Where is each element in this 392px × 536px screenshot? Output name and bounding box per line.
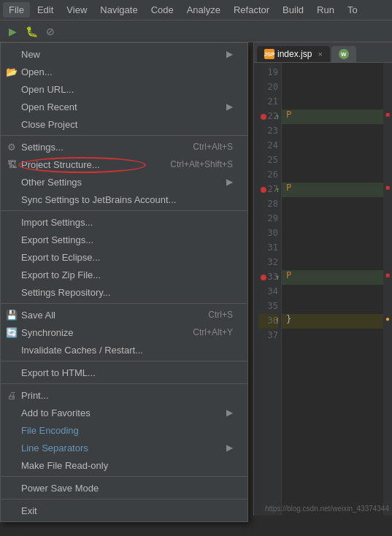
menu-run[interactable]: Run xyxy=(311,2,340,18)
line-30: 30 xyxy=(258,226,278,241)
menu-item-make-readonly-label: Make File Read-only xyxy=(21,460,108,471)
settings-shortcut: Ctrl+Alt+S xyxy=(178,142,233,152)
code-line-27: P xyxy=(282,183,383,197)
code-area[interactable]: P P P } xyxy=(282,63,383,516)
code-text-27: P xyxy=(286,183,291,193)
line-33: 33 ↑ xyxy=(258,270,278,285)
gutter-24 xyxy=(383,136,392,150)
menu-item-line-separators-label: Line Separators xyxy=(21,443,88,453)
code-text-33: P xyxy=(286,270,291,280)
menu-analyze[interactable]: Analyze xyxy=(181,2,226,18)
code-text-22: P xyxy=(286,110,291,120)
line-32: 32 xyxy=(258,256,278,270)
close-tab-icon[interactable]: × xyxy=(318,50,322,58)
line-28: 28 xyxy=(258,197,278,212)
menu-item-file-encoding[interactable]: File Encoding xyxy=(1,421,247,439)
menu-item-synchronize-label: Synchronize xyxy=(21,327,74,338)
save-icon: 💾 xyxy=(5,308,18,321)
watermark-text: https://blog.csdn.net/weixin_43374344 xyxy=(265,505,389,513)
menu-item-save-all[interactable]: 💾 Save All Ctrl+S xyxy=(1,306,247,323)
gutter-37 xyxy=(383,326,392,340)
menu-item-settings-repo[interactable]: Settings Repository... xyxy=(1,283,247,301)
run-button[interactable]: ▶ xyxy=(4,23,20,39)
menu-bar: File Edit View Navigate Code Analyze Ref… xyxy=(0,0,392,20)
toolbar: ▶ 🐛 ⊘ xyxy=(0,20,392,42)
menu-item-export-eclipse[interactable]: Export to Eclipse... xyxy=(1,248,247,266)
menu-item-export-html-label: Export to HTML... xyxy=(21,367,96,378)
line-34: 34 xyxy=(258,285,278,299)
menu-item-sync-jetbrains[interactable]: Sync Settings to JetBrains Account... xyxy=(1,191,247,208)
menu-item-export-zip[interactable]: Export to Zip File... xyxy=(1,266,247,283)
gutter-28 xyxy=(383,194,392,209)
code-line-29 xyxy=(282,212,383,226)
separator-1 xyxy=(1,135,247,136)
line-25: 25 xyxy=(258,153,278,168)
menu-item-open-url-label: Open URL... xyxy=(21,84,74,95)
code-text-36: } xyxy=(286,314,291,324)
menu-item-project-structure[interactable]: 🏗 Project Structure... Ctrl+Alt+Shift+S xyxy=(1,156,247,173)
debug-button[interactable]: 🐛 xyxy=(23,23,39,39)
separator-2 xyxy=(1,210,247,211)
menu-item-add-favorites-label: Add to Favorites xyxy=(21,407,91,418)
menu-item-open-recent-label: Open Recent xyxy=(21,102,77,112)
menu-item-open[interactable]: 📂 Open... xyxy=(1,63,247,80)
menu-refactor[interactable]: Refactor xyxy=(228,2,275,18)
code-line-34 xyxy=(282,285,383,299)
code-line-28 xyxy=(282,197,383,212)
menu-item-exit[interactable]: Exit xyxy=(1,502,247,519)
menu-item-close-project[interactable]: Close Project xyxy=(1,115,247,133)
tab-other[interactable]: w xyxy=(331,46,356,62)
menu-item-settings[interactable]: ⚙ Settings... Ctrl+Alt+S xyxy=(1,138,247,156)
indicator-33: ↑ xyxy=(275,272,280,283)
menu-item-open-recent[interactable]: Open Recent ▶ xyxy=(1,98,247,115)
menu-item-synchronize[interactable]: 🔄 Synchronize Ctrl+Alt+Y xyxy=(1,323,247,341)
menu-navigate[interactable]: Navigate xyxy=(94,2,143,18)
menu-item-print[interactable]: 🖨 Print... xyxy=(1,386,247,404)
menu-item-other-settings[interactable]: Other Settings ▶ xyxy=(1,173,247,191)
editor-tabs: JSP index.jsp × w xyxy=(254,42,392,63)
line-35: 35 xyxy=(258,299,278,314)
code-line-26 xyxy=(282,168,383,183)
menu-item-line-separators[interactable]: Line Separators ▶ xyxy=(1,439,247,456)
gutter-34 xyxy=(383,282,392,296)
editor-area: JSP index.jsp × w 19 20 21 22 ↑ 23 24 25 xyxy=(253,42,392,516)
code-line-22: P xyxy=(282,110,383,124)
menu-item-open-url[interactable]: Open URL... xyxy=(1,80,247,98)
line-36: 36 ! xyxy=(258,314,278,329)
menu-item-export-html[interactable]: Export to HTML... xyxy=(1,364,247,381)
menu-item-power-save[interactable]: Power Save Mode xyxy=(1,479,247,497)
line-29: 29 xyxy=(258,212,278,226)
code-line-30 xyxy=(282,226,383,241)
menu-tools[interactable]: To xyxy=(342,2,364,18)
code-line-36: } xyxy=(282,314,383,329)
menu-view[interactable]: View xyxy=(61,2,93,18)
gutter-21 xyxy=(383,92,392,107)
other-icon: w xyxy=(339,49,349,59)
menu-build[interactable]: Build xyxy=(277,2,310,18)
line-numbers: 19 20 21 22 ↑ 23 24 25 26 27 ↑ 28 29 30 … xyxy=(254,63,282,516)
menu-item-invalidate-caches[interactable]: Invalidate Caches / Restart... xyxy=(1,341,247,359)
menu-item-make-readonly[interactable]: Make File Read-only xyxy=(1,456,247,474)
menu-item-open-label: Open... xyxy=(21,66,53,77)
stop-button[interactable]: ⊘ xyxy=(42,23,58,39)
menu-edit[interactable]: Edit xyxy=(31,2,59,18)
menu-code[interactable]: Code xyxy=(145,2,180,18)
menu-item-export-settings[interactable]: Export Settings... xyxy=(1,231,247,248)
breakpoint-33 xyxy=(261,275,266,280)
gutter-29 xyxy=(383,209,392,223)
arrow-icon-favorites: ▶ xyxy=(226,407,233,418)
menu-item-import-settings[interactable]: Import Settings... xyxy=(1,213,247,231)
gutter-32 xyxy=(383,253,392,267)
line-23: 23 xyxy=(258,124,278,139)
gutter-30 xyxy=(383,223,392,238)
menu-item-new[interactable]: New ▶ xyxy=(1,45,247,63)
indicator-22: ↑ xyxy=(275,111,280,123)
tab-index-jsp[interactable]: JSP index.jsp × xyxy=(257,46,330,62)
menu-item-import-settings-label: Import Settings... xyxy=(21,217,93,228)
breakpoint-22 xyxy=(261,114,266,120)
menu-file[interactable]: File xyxy=(3,2,30,18)
menu-item-new-label: New xyxy=(21,49,40,60)
indicator-27: ↑ xyxy=(275,184,280,196)
menu-item-add-favorites[interactable]: Add to Favorites ▶ xyxy=(1,404,247,421)
file-dropdown-menu: New ▶ 📂 Open... Open URL... Open Recent … xyxy=(0,42,248,522)
